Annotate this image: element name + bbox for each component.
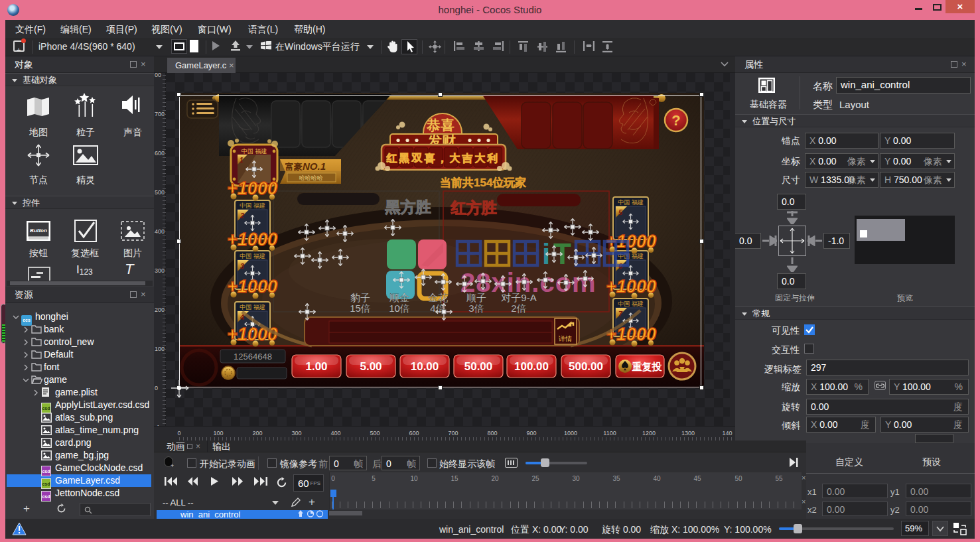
svg-text:中国 福建: 中国 福建 (618, 199, 644, 206)
svg-text:详情: 详情 (558, 335, 572, 342)
svg-text:红方胜: 红方胜 (451, 199, 497, 216)
svg-text:10倍: 10倍 (389, 303, 410, 314)
svg-text:恭喜: 恭喜 (426, 117, 455, 133)
svg-text:15倍: 15倍 (350, 303, 371, 314)
svg-text:+: + (171, 462, 174, 468)
svg-text:?: ? (671, 112, 680, 129)
svg-text:Button: Button (30, 228, 47, 234)
svg-text:1: 1 (240, 157, 244, 164)
svg-text:中国 福建: 中国 福建 (240, 202, 265, 209)
svg-text:500.00: 500.00 (569, 360, 603, 373)
svg-text:金花: 金花 (428, 292, 448, 303)
svg-text:红黑双喜，大吉大利: 红黑双喜，大吉大利 (386, 153, 500, 164)
svg-text:12564648: 12564648 (234, 352, 272, 362)
svg-text:中国 福建: 中国 福建 (240, 253, 265, 259)
svg-text:5.00: 5.00 (360, 360, 382, 373)
svg-text:3倍: 3倍 (468, 303, 484, 314)
svg-text:中国 福建: 中国 福建 (240, 304, 265, 310)
svg-text:50.00: 50.00 (464, 360, 493, 373)
svg-text:100.00: 100.00 (514, 360, 549, 373)
svg-text:顺金: 顺金 (389, 292, 409, 303)
svg-text:5: 5 (618, 208, 623, 216)
svg-text:2倍: 2倍 (511, 303, 526, 314)
svg-text:豹子: 豹子 (350, 292, 370, 303)
svg-text:10.00: 10.00 (411, 360, 439, 373)
svg-text:2: 2 (240, 212, 244, 220)
svg-text:重复投: 重复投 (632, 361, 663, 372)
svg-text:中国 福建: 中国 福建 (242, 148, 267, 155)
svg-text:哈哈哈哈: 哈哈哈哈 (299, 174, 323, 181)
svg-text:1.00: 1.00 (305, 360, 327, 373)
svg-text:中国 福建: 中国 福建 (618, 301, 644, 307)
svg-text:当前共154位玩家: 当前共154位玩家 (440, 176, 526, 189)
svg-text:黑方胜: 黑方胜 (385, 198, 431, 216)
svg-text:3: 3 (240, 262, 244, 270)
svg-text:富豪NO.1: 富豪NO.1 (285, 161, 326, 172)
svg-text:7: 7 (618, 310, 623, 318)
